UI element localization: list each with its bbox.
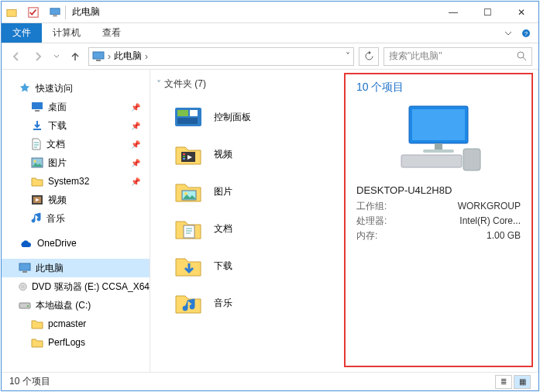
nav-downloads[interactable]: 下载📌	[2, 116, 150, 135]
pictures-folder-icon	[174, 177, 203, 206]
window-title: 此电脑	[72, 5, 100, 19]
panel-title: 10 个项目	[356, 81, 521, 95]
item-music[interactable]: 音乐	[156, 284, 335, 322]
close-button[interactable]: ✕	[504, 2, 538, 23]
videos-folder-icon	[174, 139, 203, 169]
pin-icon: 📌	[131, 140, 140, 149]
chevron-down-icon	[53, 53, 60, 60]
svg-rect-35	[435, 143, 442, 150]
nav-pane: 快速访问 桌面📌 下载📌 文档📌 图片📌 System32📌 视频 音乐 One…	[2, 70, 150, 372]
cloud-icon	[19, 239, 33, 248]
nav-thispc[interactable]: 此电脑	[2, 259, 150, 277]
svg-rect-16	[19, 263, 30, 270]
svg-rect-36	[423, 150, 454, 153]
video-icon	[31, 194, 43, 205]
svg-rect-34	[412, 109, 465, 140]
item-downloads[interactable]: 下载	[156, 247, 335, 284]
help-icon[interactable]: ?	[521, 29, 531, 38]
tab-computer[interactable]: 计算机	[42, 23, 91, 43]
explorer-window: 此电脑 — ☐ ✕ 文件 计算机 查看 ? › 此电脑 › ˅	[1, 1, 539, 391]
view-details-button[interactable]: ≣	[495, 375, 512, 389]
chevron-down-icon	[504, 29, 512, 37]
item-pictures[interactable]: 图片	[156, 173, 335, 210]
svg-rect-23	[177, 110, 188, 116]
nav-pictures[interactable]: 图片📌	[2, 153, 150, 172]
folder-icon	[31, 176, 43, 187]
pictures-icon	[31, 157, 43, 168]
row-workgroup: 工作组:WORKGROUP	[356, 199, 521, 214]
maximize-button[interactable]: ☐	[470, 2, 504, 23]
nav-dvd[interactable]: DVD 驱动器 (E:) CCSA_X64	[2, 277, 150, 296]
content-area: ˅ 文件夹 (7) 控制面板 视频 图片 文档	[150, 70, 538, 372]
nav-desktop[interactable]: 桌面📌	[2, 98, 150, 116]
nav-quick-access[interactable]: 快速访问	[2, 79, 150, 98]
recent-button[interactable]	[51, 48, 62, 65]
item-documents[interactable]: 文档	[156, 210, 335, 247]
folder-icon	[31, 318, 43, 329]
svg-rect-10	[35, 110, 40, 112]
svg-rect-37	[401, 155, 462, 167]
control-panel-icon	[174, 102, 203, 132]
drive-icon	[19, 301, 31, 310]
svg-text:?: ?	[525, 30, 528, 37]
minimize-button[interactable]: —	[436, 2, 470, 23]
nav-pcmaster[interactable]: pcmaster	[2, 315, 150, 333]
nav-documents[interactable]: 文档📌	[2, 135, 150, 153]
up-button[interactable]	[67, 48, 84, 65]
arrow-right-icon	[33, 51, 43, 62]
qat	[6, 7, 60, 18]
disc-icon	[19, 280, 27, 293]
downloads-icon	[31, 119, 43, 132]
window-controls: — ☐ ✕	[436, 2, 538, 23]
group-header-folders[interactable]: ˅ 文件夹 (7)	[156, 77, 335, 91]
svg-rect-27	[183, 153, 185, 155]
body: 快速访问 桌面📌 下载📌 文档📌 图片📌 System32📌 视频 音乐 One…	[2, 70, 538, 372]
forward-button[interactable]	[29, 48, 46, 65]
svg-rect-17	[22, 271, 27, 273]
ribbon-expand[interactable]: ?	[497, 23, 538, 43]
address-bar[interactable]: › 此电脑 › ˅	[88, 47, 354, 66]
computer-name: DESKTOP-U4L2H8D	[356, 184, 521, 196]
svg-point-8	[518, 52, 524, 58]
arrow-left-icon	[11, 51, 22, 62]
row-memory: 内存:1.00 GB	[356, 229, 521, 243]
svg-rect-28	[183, 156, 185, 157]
view-tiles-button[interactable]: ▦	[514, 375, 531, 389]
svg-rect-11	[33, 129, 41, 130]
svg-rect-29	[183, 158, 185, 160]
downloads-folder-icon	[174, 251, 203, 280]
nav-system32[interactable]: System32📌	[2, 172, 150, 191]
pin-icon: 📌	[131, 122, 140, 130]
documents-folder-icon	[174, 214, 203, 243]
nav-c-drive[interactable]: 本地磁盘 (C:)	[2, 296, 150, 315]
document-icon	[31, 138, 42, 150]
nav-onedrive[interactable]: OneDrive	[2, 234, 150, 253]
back-button[interactable]	[8, 48, 25, 65]
crumb-thispc[interactable]: 此电脑	[114, 50, 142, 63]
search-input[interactable]: 搜索"此电脑"	[384, 47, 532, 66]
svg-rect-3	[53, 15, 57, 16]
tab-view[interactable]: 查看	[91, 23, 132, 43]
item-videos[interactable]: 视频	[156, 136, 335, 173]
svg-rect-6	[93, 52, 104, 59]
nav-perflogs[interactable]: PerfLogs	[2, 333, 150, 352]
pin-icon: 📌	[131, 159, 140, 167]
nav-music[interactable]: 音乐	[2, 209, 150, 228]
tab-file[interactable]: 文件	[2, 23, 42, 43]
nav-videos[interactable]: 视频	[2, 191, 150, 209]
address-dropdown[interactable]: ˅	[346, 51, 350, 62]
check-icon[interactable]	[28, 7, 39, 18]
svg-rect-2	[50, 8, 60, 14]
pin-icon: 📌	[131, 177, 140, 186]
chevron-down-icon: ˅	[156, 79, 161, 90]
svg-point-21	[27, 305, 29, 307]
svg-rect-25	[177, 118, 198, 124]
separator	[65, 5, 66, 19]
status-text: 10 个项目	[9, 375, 50, 388]
svg-rect-24	[190, 110, 198, 116]
refresh-button[interactable]	[359, 47, 379, 66]
item-control-panel[interactable]: 控制面板	[156, 98, 335, 136]
svg-rect-32	[184, 225, 194, 238]
svg-rect-0	[7, 9, 16, 16]
folder-list: ˅ 文件夹 (7) 控制面板 视频 图片 文档	[150, 70, 341, 372]
